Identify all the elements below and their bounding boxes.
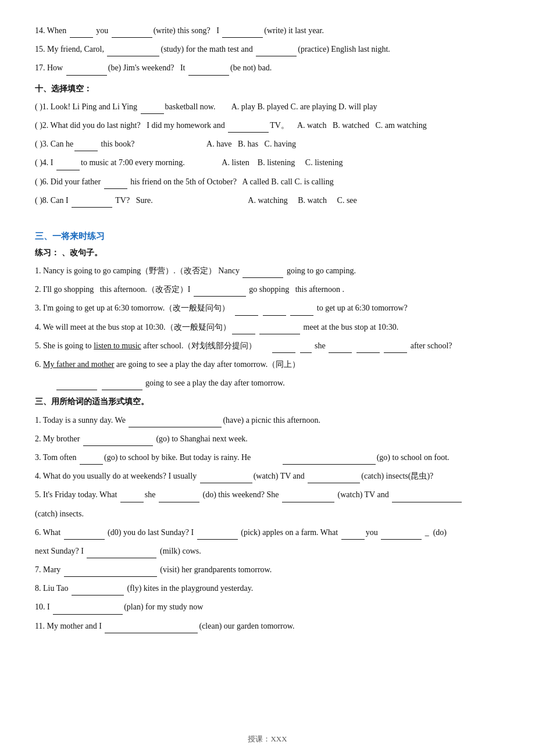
q3-line: ( )3. Can he this book? A. have B. has C… — [35, 137, 500, 151]
f8-line: 8. Liu Tao (fly) kites in the playground… — [35, 581, 500, 595]
section-ten-title: 十、选择填空： — [35, 81, 500, 96]
footer: 授课：XXX — [35, 734, 500, 744]
f11-line: 11. My mother and I (clean) our garden t… — [35, 619, 500, 633]
f3-line: 3. Tom often (go) to school by bike. But… — [35, 450, 500, 465]
blank-14-1 — [70, 28, 93, 38]
q2-line: ( )2. What did you do last night? I did … — [35, 118, 500, 133]
blank-15-1 — [107, 47, 159, 56]
q8-text: ( )8. Can I TV? Sure. — [35, 196, 153, 205]
c3-line: 3. I'm going to get up at 6:30 tomorrow.… — [35, 301, 500, 315]
blank-14-2 — [112, 28, 152, 38]
f1-line: 1. Today is a sunny day. We (have) a pic… — [35, 413, 500, 427]
c6-line: 6. My father and mother are going to see… — [35, 357, 500, 372]
q4-options: A. listen B. listening C. listening — [222, 158, 343, 167]
blank-17-2 — [188, 66, 229, 76]
top-lines: 14. When you (write) this song? I (write… — [35, 23, 500, 76]
footer-text: 授课：XXX — [248, 734, 287, 743]
f6b-line: next Sunday? I (milk) cows. — [35, 544, 500, 558]
blank-15-2 — [256, 47, 297, 56]
line-15: 15. My friend, Carol, (study) for the ma… — [35, 42, 500, 56]
section-ten: 十、选择填空： ( )1. Look! Li Ping and Li Ying … — [35, 81, 500, 208]
q4-line: ( )4. I to music at 7:00 every morning. … — [35, 155, 500, 170]
q2-text: ( )2. What did you do last night? I did … — [35, 121, 289, 130]
f2-line: 2. My brother (go) to Shanghai next week… — [35, 432, 500, 446]
blank-14-3 — [222, 28, 263, 38]
c6b-line: going to see a play the day after tomorr… — [35, 376, 500, 390]
section-three: 三、一将来时练习 练习： 、改句子。 1. Nancy is going to … — [35, 231, 500, 633]
q6-options: A called B. call C. is calling — [242, 177, 334, 186]
q1-options: A. play B. played C. are playing D. will… — [231, 102, 377, 111]
q1-text: ( )1. Look! Li Ping and Li Ying basketba… — [35, 102, 216, 111]
f4-line: 4. What do you usually do at weekends? I… — [35, 469, 500, 483]
q2-options: A. watch B. watched C. am watching — [297, 121, 427, 130]
f7-line: 7. Mary (visit) her grandparents tomorro… — [35, 562, 500, 577]
c1-line: 1. Nancy is going to go camping（野营）.（改否定… — [35, 263, 500, 278]
q8-options: A. watching B. watch C. see — [248, 196, 356, 205]
fill-part-title: 三、用所给词的适当形式填空。 — [35, 394, 500, 409]
q6-line: ( )6. Did your father his friend on the … — [35, 174, 500, 189]
c5-line: 5. She is going to listen to music after… — [35, 338, 500, 353]
q8-line: ( )8. Can I TV? Sure. A. watching B. wat… — [35, 193, 500, 208]
q6-text: ( )6. Did your father his friend on the … — [35, 177, 237, 186]
f6a-line: 6. What (d0) you do last Sunday? I (pick… — [35, 525, 500, 540]
q3-options: A. have B. has C. having — [206, 140, 296, 148]
section-three-title: 三、一将来时练习 — [35, 231, 500, 242]
line-17: 17. How (be) Jim's weekend? It (be not) … — [35, 60, 500, 75]
q4-text: ( )4. I to music at 7:00 every morning. — [35, 158, 185, 167]
blank-17-1 — [66, 66, 107, 76]
q1-line: ( )1. Look! Li Ping and Li Ying basketba… — [35, 99, 500, 114]
c2-line: 2. I'll go shopping this afternoon.（改否定）… — [35, 282, 500, 297]
line-14: 14. When you (write) this song? I (write… — [35, 23, 500, 38]
q3-text: ( )3. Can he this book? — [35, 140, 135, 148]
f10-line: 10. I (plan) for my study now — [35, 600, 500, 614]
f5b-line: (catch) insects. — [35, 507, 500, 521]
exercise-title: 练习： 、改句子。 — [35, 245, 500, 260]
f5a-line: 5. It's Friday today. What she (do) this… — [35, 487, 500, 502]
c4-line: 4. We will meet at the bus stop at 10:30… — [35, 320, 500, 334]
